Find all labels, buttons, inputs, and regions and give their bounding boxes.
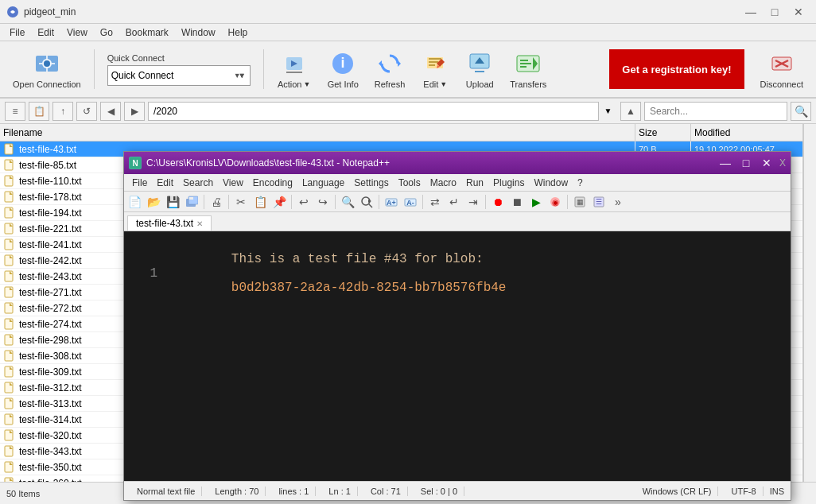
np-cut-button[interactable]: ✂ (232, 193, 250, 211)
registration-button[interactable]: Get a registration key! (609, 49, 744, 89)
np-menu-language[interactable]: Language (297, 176, 349, 190)
np-extra-1-button[interactable]: ▦ (571, 193, 589, 211)
np-ln: Ln : 1 (322, 487, 358, 496)
notepad-maximize-button[interactable]: □ (736, 155, 756, 171)
notepad-tab-file[interactable]: test-file-43.txt ✕ (127, 215, 212, 231)
notepad-close-button[interactable]: ✕ (757, 155, 776, 171)
svg-rect-38 (5, 303, 13, 313)
np-extra-3-button[interactable]: » (609, 193, 627, 211)
action-icon (280, 49, 309, 78)
menu-help[interactable]: Help (222, 25, 255, 40)
np-macro-save-button[interactable]: ◉ (546, 193, 564, 211)
transfers-button[interactable]: Transfers (503, 44, 553, 95)
scrollbar[interactable] (803, 124, 816, 482)
header-size[interactable]: Size (635, 124, 691, 141)
file-icon (3, 286, 16, 299)
header-filename[interactable]: Filename (0, 124, 635, 141)
menu-window[interactable]: Window (175, 25, 222, 40)
file-name-text: test-file-360.txt (19, 478, 82, 483)
np-zoom-out-button[interactable]: A- (402, 193, 419, 211)
close-button[interactable]: ✕ (787, 3, 810, 21)
menu-edit[interactable]: Edit (31, 25, 60, 40)
disconnect-button[interactable]: Disconnect (754, 44, 810, 95)
path-dropdown-button[interactable]: ▼ (598, 102, 617, 121)
path-input[interactable] (148, 102, 617, 121)
open-connection-button[interactable]: Open Connection (6, 44, 87, 95)
np-menu-edit[interactable]: Edit (152, 176, 178, 190)
edit-button[interactable]: Edit ▼ (414, 44, 456, 95)
np-save-button[interactable]: 💾 (164, 193, 181, 211)
np-menu-encoding[interactable]: Encoding (248, 176, 297, 190)
np-menu-search[interactable]: Search (178, 176, 218, 190)
np-menu-file[interactable]: File (127, 176, 152, 190)
notepad-minimize-button[interactable]: — (716, 155, 735, 171)
np-sep-8 (567, 195, 568, 209)
path-bar: ≡ 📋 ↑ ↺ ◀ ▶ ▼ ▲ 🔍 (0, 99, 816, 124)
np-menu-plugins[interactable]: Plugins (488, 176, 529, 190)
svg-rect-22 (5, 176, 13, 186)
svg-rect-5 (286, 72, 302, 73)
minimize-button[interactable]: — (740, 3, 762, 21)
np-zoom-in-button[interactable]: A+ (383, 193, 400, 211)
np-copy-button[interactable]: 📋 (251, 193, 269, 211)
np-menu-window[interactable]: Window (529, 176, 573, 190)
path-refresh-button[interactable]: ↺ (76, 102, 97, 121)
header-modified[interactable]: Modified (691, 124, 802, 141)
np-new-button[interactable]: 📄 (126, 193, 143, 211)
path-go-up-button[interactable]: ▲ (620, 102, 641, 121)
np-word-wrap-button[interactable]: ↵ (445, 193, 463, 211)
file-name-text: test-file-271.txt (19, 287, 82, 298)
file-name-text: test-file-312.txt (19, 382, 82, 394)
upload-button[interactable]: Upload (459, 44, 500, 95)
np-sep-3 (291, 195, 292, 209)
np-menu-help[interactable]: ? (573, 176, 588, 190)
path-up-button[interactable]: ↑ (52, 102, 73, 121)
np-save-all-button[interactable] (183, 193, 200, 211)
search-input[interactable] (644, 102, 787, 121)
notepad-title: C:\Users\KronisLV\Downloads\test-file-43… (146, 157, 714, 169)
file-name-text: test-file-309.txt (19, 366, 82, 378)
np-menu-settings[interactable]: Settings (349, 176, 393, 190)
np-menu-run[interactable]: Run (461, 176, 488, 190)
action-button[interactable]: Action ▼ (270, 44, 318, 95)
path-bookmark-button[interactable]: 📋 (29, 102, 49, 121)
refresh-button[interactable]: Refresh (368, 44, 412, 95)
maximize-button[interactable]: □ (764, 3, 786, 21)
np-menu-tools[interactable]: Tools (394, 176, 425, 190)
np-indent-button[interactable]: ⇥ (464, 193, 482, 211)
np-paste-button[interactable]: 📌 (270, 193, 288, 211)
quick-connect-select[interactable]: Quick Connect (107, 65, 251, 86)
notepad-tab-close[interactable]: ✕ (196, 219, 203, 228)
np-macro-play-button[interactable]: ▶ (527, 193, 545, 211)
file-name-text: test-file-85.txt (19, 160, 76, 171)
get-info-button[interactable]: i Get Info (321, 44, 365, 95)
np-undo-button[interactable]: ↩ (295, 193, 313, 211)
path-back-button[interactable]: ◀ (100, 102, 121, 121)
np-sync-button[interactable]: ⇄ (426, 193, 444, 211)
np-menu-macro[interactable]: Macro (425, 176, 461, 190)
np-macro-rec-button[interactable]: ⏺ (489, 193, 507, 211)
menu-view[interactable]: View (60, 25, 94, 40)
np-macro-stop-button[interactable]: ⏹ (508, 193, 526, 211)
np-find-next-button[interactable] (358, 193, 375, 211)
np-menu-view[interactable]: View (218, 176, 248, 190)
np-sep-7 (485, 195, 486, 209)
svg-rect-34 (5, 271, 13, 281)
path-forward-button[interactable]: ▶ (124, 102, 145, 121)
np-open-button[interactable]: 📂 (145, 193, 162, 211)
menu-go[interactable]: Go (94, 25, 119, 40)
svg-rect-26 (5, 207, 13, 218)
file-icon (3, 461, 16, 474)
notepad-content[interactable]: 1 This is a test file #43 for blob: b0d2… (124, 231, 791, 481)
np-print-button[interactable]: 🖨 (208, 193, 225, 211)
svg-rect-52 (5, 414, 13, 425)
path-toggle-button[interactable]: ≡ (5, 102, 25, 121)
search-go-button[interactable]: 🔍 (791, 102, 811, 121)
menu-bookmark[interactable]: Bookmark (119, 25, 175, 40)
svg-rect-42 (5, 335, 13, 345)
np-find-button[interactable]: 🔍 (339, 193, 356, 211)
menu-file[interactable]: File (3, 25, 31, 40)
np-redo-button[interactable]: ↪ (314, 193, 332, 211)
file-name-text: test-file-308.txt (19, 351, 82, 362)
np-extra-2-button[interactable]: ☰ (590, 193, 608, 211)
